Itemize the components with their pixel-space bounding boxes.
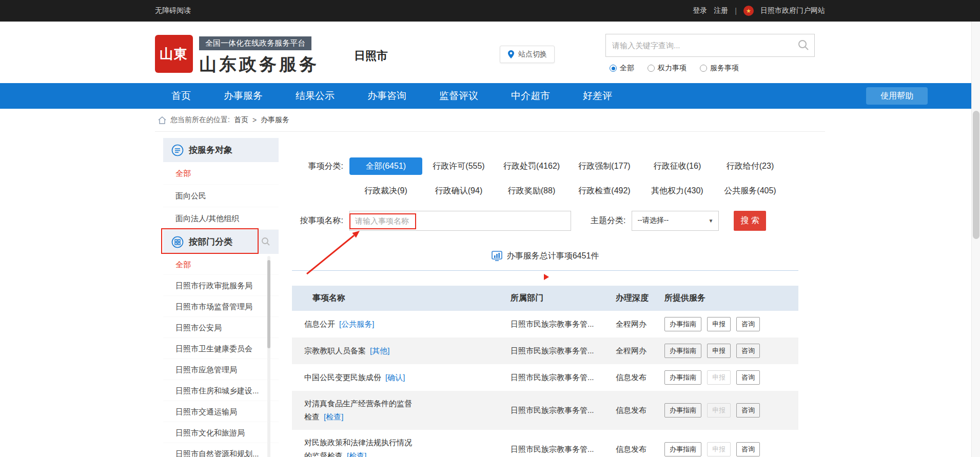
breadcrumb-home[interactable]: 首页	[234, 115, 248, 125]
sidebar-item-citizen[interactable]: 面向公民	[163, 185, 279, 207]
consult-button[interactable]: 咨询	[736, 344, 760, 358]
topbar-right: 登录 注册 | ★ 日照市政府门户网站	[693, 6, 825, 16]
search-button[interactable]: 搜 索	[734, 211, 766, 231]
scope-radio-all[interactable]: 全部	[610, 64, 634, 73]
sidebar-item-dept[interactable]: 日照市公安局	[163, 317, 279, 338]
nav-item-home[interactable]: 首页	[155, 83, 207, 109]
category-ruling[interactable]: 行政裁决(9)	[349, 182, 422, 200]
item-name: 对清真食品生产经营条件的监督检查	[304, 399, 412, 421]
item-dept: 日照市民族宗教事务管...	[511, 346, 616, 356]
sidebar-item-dept[interactable]: 日照市文化和旅游局	[163, 422, 279, 443]
sidebar-section-by-department: 按部门分类	[163, 230, 279, 254]
table-row: 信息公开[公共服务] 日照市民族宗教事务管... 全程网办 办事指南 申报 咨询	[292, 311, 798, 337]
sidebar-item-dept[interactable]: 日照市住房和城乡建设...	[163, 380, 279, 401]
guide-button[interactable]: 办事指南	[664, 403, 701, 418]
keyword-search-input[interactable]	[605, 34, 815, 57]
site-switch-button[interactable]: 站点切换	[500, 46, 555, 63]
page-scrollbar-thumb[interactable]	[973, 111, 979, 239]
national-emblem-icon: ★	[743, 6, 754, 16]
consult-button[interactable]: 咨询	[736, 403, 760, 418]
sidebar-item-dept[interactable]: 日照市应急管理局	[163, 359, 279, 380]
apply-button[interactable]: 申报	[707, 344, 731, 358]
sidebar-item-target-all[interactable]: 全部	[163, 162, 279, 185]
guide-button[interactable]: 办事指南	[664, 442, 701, 456]
site-logo: 山東	[155, 35, 193, 73]
nav-item-supervision[interactable]: 监督评议	[423, 83, 495, 109]
category-levy[interactable]: 行政征收(16)	[641, 157, 714, 175]
nav-item-intermediary[interactable]: 中介超市	[495, 83, 566, 109]
items-table: 事项名称 所属部门 办理深度 所提供服务 信息公开[公共服务] 日照市民族宗教事…	[292, 286, 798, 457]
register-link[interactable]: 注册	[714, 6, 728, 15]
nav-item-consult[interactable]: 办事咨询	[351, 83, 423, 109]
header: 山東 全国一体化在线政务服务平台 山东政务服务 日照市 站点切换 全部 权力事项…	[0, 22, 980, 83]
help-button[interactable]: 使用帮助	[866, 87, 928, 105]
home-icon	[158, 116, 166, 124]
nav-item-services[interactable]: 办事服务	[207, 83, 279, 109]
category-other-power[interactable]: 其他权力(430)	[641, 182, 714, 200]
consult-button[interactable]: 咨询	[736, 317, 760, 331]
location-pin-icon	[507, 50, 515, 58]
sidebar-scrollbar[interactable]	[267, 256, 270, 457]
keyword-search	[605, 34, 815, 57]
sidebar-item-dept[interactable]: 日照市行政审批服务局	[163, 275, 279, 296]
category-reward[interactable]: 行政奖励(88)	[495, 182, 568, 200]
page-scrollbar[interactable]	[971, 22, 980, 457]
summary-text: 办事服务总计事项6451件	[507, 251, 599, 262]
radio-icon	[610, 65, 617, 72]
category-public-service[interactable]: 公共服务(405)	[714, 182, 787, 200]
platform-badge: 全国一体化在线政务服务平台	[199, 36, 311, 50]
breadcrumb: 您当前所在的位置: 首页 > 办事服务	[0, 109, 980, 131]
item-depth: 信息发布	[616, 373, 664, 383]
sidebar-item-dept-all[interactable]: 全部	[163, 254, 279, 275]
item-depth: 信息发布	[616, 445, 664, 454]
search-icon[interactable]	[797, 39, 810, 53]
category-coercion[interactable]: 行政强制(177)	[568, 157, 641, 175]
login-link[interactable]: 登录	[693, 6, 707, 15]
sidebar-scrollbar-thumb[interactable]	[267, 260, 270, 348]
category-inspection[interactable]: 行政检查(492)	[568, 182, 641, 200]
topic-label: 主题分类:	[591, 215, 625, 226]
item-tag-link[interactable]: [检查]	[324, 412, 343, 421]
chart-icon	[492, 251, 502, 261]
scope-radio-power[interactable]: 权力事项	[648, 64, 687, 73]
scope-label: 服务事项	[710, 64, 739, 73]
chevron-down-icon: ▼	[709, 218, 714, 224]
category-license[interactable]: 行政许可(555)	[422, 157, 495, 175]
department-search-icon[interactable]	[261, 237, 270, 249]
item-name: 宗教教职人员备案	[304, 346, 366, 355]
sidebar-item-legal-person[interactable]: 面向法人/其他组织	[163, 207, 279, 230]
portal-link[interactable]: 日照市政府门户网站	[760, 6, 825, 15]
category-payment[interactable]: 行政给付(23)	[714, 157, 787, 175]
department-icon	[171, 236, 184, 248]
nav-item-results[interactable]: 结果公示	[279, 83, 351, 109]
scope-radio-service[interactable]: 服务事项	[700, 64, 739, 73]
item-tag-link[interactable]: [其他]	[370, 346, 389, 355]
breadcrumb-current[interactable]: 办事服务	[261, 115, 289, 125]
col-header-depth: 办理深度	[616, 293, 664, 304]
sidebar-item-dept[interactable]: 日照市自然资源和规划...	[163, 443, 279, 457]
guide-button[interactable]: 办事指南	[664, 344, 701, 358]
guide-button[interactable]: 办事指南	[664, 317, 701, 331]
item-name: 信息公开	[304, 320, 335, 328]
breadcrumb-separator: >	[252, 116, 257, 124]
guide-button[interactable]: 办事指南	[664, 370, 701, 385]
item-name-input[interactable]	[349, 211, 571, 231]
consult-button[interactable]: 咨询	[736, 442, 760, 456]
category-confirmation[interactable]: 行政确认(94)	[422, 182, 495, 200]
topic-select[interactable]: --请选择-- ▼	[632, 211, 719, 231]
item-depth: 全程网办	[616, 346, 664, 356]
item-tag-link[interactable]: [公共服务]	[339, 320, 374, 328]
sidebar-item-dept[interactable]: 日照市市场监督管理局	[163, 296, 279, 317]
category-all[interactable]: 全部(6451)	[349, 157, 422, 175]
sidebar-item-dept[interactable]: 日照市卫生健康委员会	[163, 338, 279, 359]
item-tag-link[interactable]: [确认]	[385, 373, 405, 382]
accessibility-link[interactable]: 无障碍阅读	[155, 6, 191, 15]
section-divider	[292, 270, 798, 271]
item-tag-link[interactable]: [检查]	[347, 451, 366, 457]
category-penalty[interactable]: 行政处罚(4162)	[495, 157, 568, 175]
nav-item-rating[interactable]: 好差评	[566, 83, 629, 109]
sidebar-item-dept[interactable]: 日照市交通运输局	[163, 401, 279, 422]
target-list: 全部 面向公民 面向法人/其他组织	[163, 162, 279, 230]
consult-button[interactable]: 咨询	[736, 370, 760, 385]
apply-button[interactable]: 申报	[707, 317, 731, 331]
